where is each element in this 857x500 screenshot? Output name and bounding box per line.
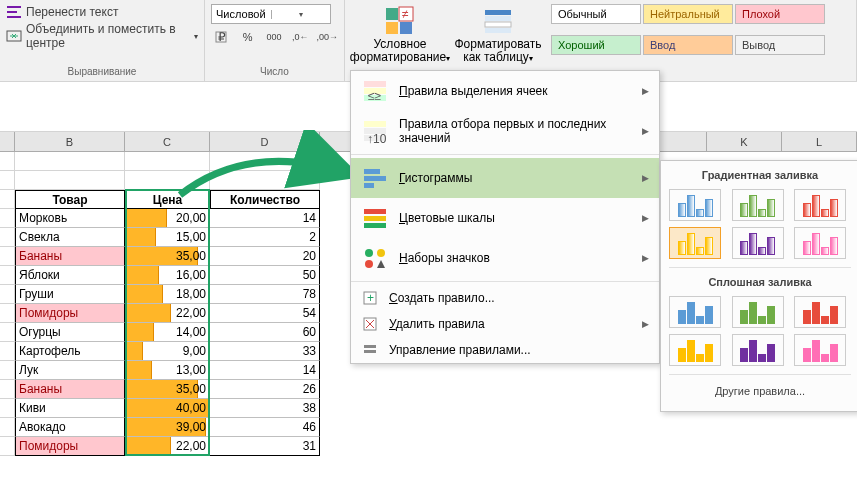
svg-text:≤≥: ≤≥ [368,89,382,103]
cell-qty[interactable]: 46 [210,418,320,437]
cell-price[interactable]: 14,00 [125,323,210,342]
col-header-C[interactable]: C [125,132,210,151]
cell-tovar[interactable]: Морковь [15,209,125,228]
cell-price[interactable]: 22,00 [125,437,210,456]
cell-qty[interactable]: 14 [210,361,320,380]
svg-rect-25 [364,176,386,181]
cell-qty[interactable]: 14 [210,209,320,228]
cell-qty[interactable]: 54 [210,304,320,323]
wrap-text-button[interactable]: Перенести текст [6,4,198,20]
col-header-B[interactable]: B [15,132,125,151]
cell-price[interactable]: 40,00 [125,399,210,418]
style-good[interactable]: Хороший [551,35,641,55]
col-header-L[interactable]: L [782,132,857,151]
cell-qty[interactable]: 26 [210,380,320,399]
format-table-icon [482,6,514,38]
menu-new-rule[interactable]: + Создать правило... [351,285,659,311]
databar-gradient-swatch[interactable] [732,227,784,259]
col-header-D[interactable]: D [210,132,320,151]
styles-group: ≠ Условное форматирование▾ Форматировать… [345,0,857,81]
cell-tovar[interactable]: Бананы [15,247,125,266]
menu-top-rules[interactable]: ↑10 Правила отбора первых и последних зн… [351,111,659,151]
cell-qty[interactable]: 33 [210,342,320,361]
style-neutral[interactable]: Нейтральный [643,4,733,24]
svg-rect-14 [485,22,511,27]
databar-solid-swatch[interactable] [669,334,721,366]
conditional-formatting-icon: ≠ [384,6,416,38]
increase-decimal-button[interactable]: ,0← [290,27,310,47]
cell-qty[interactable]: 60 [210,323,320,342]
format-as-table-button[interactable]: Форматировать как таблицу▾ [453,4,543,64]
menu-highlight-rules[interactable]: ≤≥ Правила выделения ячеек ▶ [351,71,659,111]
conditional-formatting-menu: ≤≥ Правила выделения ячеек ▶ ↑10 Правила… [350,70,660,364]
col-header-K[interactable]: K [707,132,782,151]
databar-gradient-swatch[interactable] [794,227,846,259]
svg-rect-1 [7,11,17,13]
merge-center-button[interactable]: Объединить и поместить в центре ▾ [6,22,198,50]
cell-price[interactable]: 16,00 [125,266,210,285]
cell-price[interactable]: 18,00 [125,285,210,304]
databar-solid-swatch[interactable] [669,296,721,328]
style-output[interactable]: Вывод [735,35,825,55]
cell-price[interactable]: 35,00 [125,380,210,399]
cell-price[interactable]: 13,00 [125,361,210,380]
alignment-group: Перенести текст Объединить и поместить в… [0,0,205,81]
conditional-formatting-button[interactable]: ≠ Условное форматирование▾ [355,4,445,64]
menu-manage-rules[interactable]: Управление правилами... [351,337,659,363]
databar-solid-swatch[interactable] [794,334,846,366]
cell-tovar[interactable]: Картофель [15,342,125,361]
data-bars-submenu: Градиентная заливка Сплошная заливка Дру… [660,160,857,412]
databar-solid-swatch[interactable] [794,296,846,328]
cell-tovar[interactable]: Киви [15,399,125,418]
cell-tovar[interactable]: Яблоки [15,266,125,285]
cell-price[interactable]: 9,00 [125,342,210,361]
menu-data-bars[interactable]: Гистограммы ▶ [351,158,659,198]
header-qty: Количество [210,190,320,209]
cell-price[interactable]: 15,00 [125,228,210,247]
wrap-text-label: Перенести текст [26,5,118,19]
cell-price[interactable]: 22,00 [125,304,210,323]
number-format-combo[interactable]: Числовой ▾ [211,4,331,24]
cell-qty[interactable]: 38 [210,399,320,418]
table-row[interactable]: Помидоры22,0031 [0,437,857,456]
svg-point-32 [365,260,373,268]
svg-text:₽: ₽ [218,30,226,44]
submenu-more-rules[interactable]: Другие правила... [669,379,851,403]
menu-highlight-label: Правила выделения ячеек [399,84,632,98]
databar-gradient-swatch[interactable] [794,189,846,221]
cell-tovar[interactable]: Авокадо [15,418,125,437]
percent-button[interactable]: % [237,27,257,47]
cell-qty[interactable]: 50 [210,266,320,285]
databar-gradient-swatch[interactable] [669,189,721,221]
menu-clear-rules[interactable]: Удалить правила ▶ [351,311,659,337]
cell-qty[interactable]: 20 [210,247,320,266]
cell-qty[interactable]: 31 [210,437,320,456]
databar-solid-swatch[interactable] [732,334,784,366]
style-normal[interactable]: Обычный [551,4,641,24]
cell-qty[interactable]: 78 [210,285,320,304]
cell-tovar[interactable]: Бананы [15,380,125,399]
currency-button[interactable]: ₽ [211,27,231,47]
cell-tovar[interactable]: Помидоры [15,437,125,456]
style-input[interactable]: Ввод [643,35,733,55]
databar-gradient-swatch[interactable] [669,227,721,259]
table-row[interactable]: Авокадо39,0046 [0,418,857,437]
cell-tovar[interactable]: Груши [15,285,125,304]
cell-tovar[interactable]: Лук [15,361,125,380]
cell-qty[interactable]: 2 [210,228,320,247]
menu-color-scales[interactable]: Цветовые шкалы ▶ [351,198,659,238]
clear-rules-icon [361,315,379,333]
databar-gradient-swatch[interactable] [732,189,784,221]
cell-tovar[interactable]: Помидоры [15,304,125,323]
cell-tovar[interactable]: Огурцы [15,323,125,342]
menu-icon-sets[interactable]: Наборы значков ▶ [351,238,659,278]
databar-solid-swatch[interactable] [732,296,784,328]
cell-price[interactable]: 35,00 [125,247,210,266]
cell-price[interactable]: 39,00 [125,418,210,437]
data-bar [125,266,159,284]
comma-button[interactable]: 000 [264,27,284,47]
cell-price[interactable]: 20,00 [125,209,210,228]
style-bad[interactable]: Плохой [735,4,825,24]
decrease-decimal-button[interactable]: ,00→ [317,27,339,47]
cell-tovar[interactable]: Свекла [15,228,125,247]
